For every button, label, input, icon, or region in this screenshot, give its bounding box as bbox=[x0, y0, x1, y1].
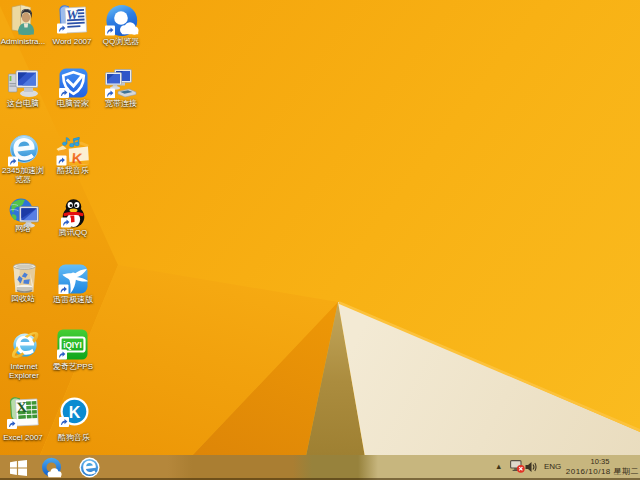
svg-text:K: K bbox=[69, 404, 81, 421]
svg-text:K: K bbox=[71, 150, 83, 167]
svg-text:iQIYI: iQIYI bbox=[63, 341, 82, 350]
svg-text:X: X bbox=[16, 399, 28, 416]
